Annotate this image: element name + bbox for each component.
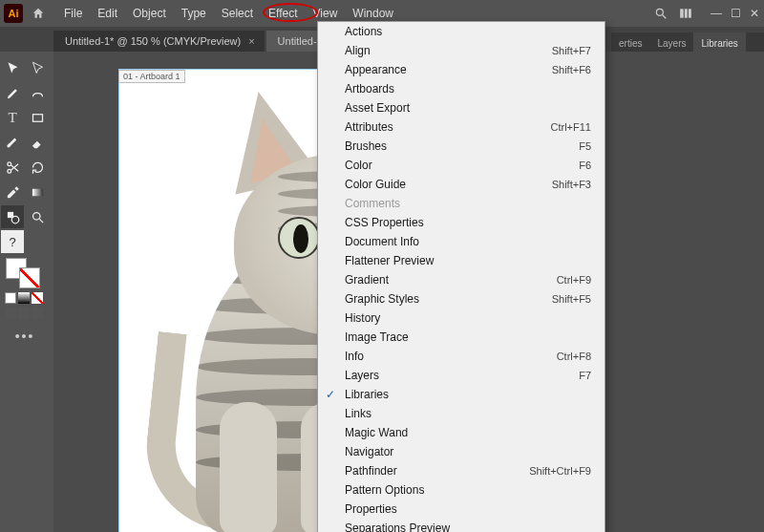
window-menu-item-navigator[interactable]: Navigator [318,442,605,461]
menu-item-label: Color Guide [345,177,406,192]
menu-effect[interactable]: Effect [262,4,304,23]
window-menu-item-properties[interactable]: Properties [318,500,605,519]
menu-item-label: Separations Preview [345,521,450,532]
window-menu-item-info[interactable]: InfoCtrl+F8 [318,347,605,366]
window-menu-item-separations-preview[interactable]: Separations Preview [318,519,605,532]
menu-item-shortcut: Shift+F3 [552,177,591,192]
menu-item-shortcut: Shift+F5 [552,291,591,307]
menu-item-label: Attributes [345,119,393,135]
menu-window[interactable]: Window [346,4,400,23]
window-menu-item-artboards[interactable]: Artboards [318,79,605,98]
home-icon[interactable] [29,4,48,23]
window-menu-item-layers[interactable]: LayersF7 [318,366,605,385]
menu-edit[interactable]: Edit [91,4,124,23]
type-tool[interactable]: T [1,106,24,129]
window-menu-item-flattener-preview[interactable]: Flattener Preview [318,251,605,270]
window-menu-item-css-properties[interactable]: CSS Properties [318,213,605,232]
paintbrush-tool[interactable] [1,131,24,154]
window-menu-item-pathfinder[interactable]: PathfinderShift+Ctrl+F9 [318,461,605,480]
menu-item-label: Align [345,43,371,58]
gradient-tool[interactable] [26,181,49,203]
window-menu-item-pattern-options[interactable]: Pattern Options [318,480,605,500]
window-menu-item-align[interactable]: AlignShift+F7 [318,41,605,60]
menu-item-shortcut: Ctrl+F11 [551,119,592,135]
close-icon[interactable]: × [248,35,254,47]
app-logo: Ai [4,4,23,23]
maximize-button[interactable]: ☐ [730,8,741,19]
window-menu-item-actions[interactable]: Actions [318,22,605,41]
menu-item-shortcut: Shift+F7 [552,43,591,58]
menu-item-label: Magic Wand [345,425,408,440]
menu-item-shortcut: Shift+Ctrl+F9 [529,463,591,479]
curvature-tool[interactable] [26,81,49,104]
menu-item-label: Color [345,158,372,173]
titlebar-right: — ☐ ✕ [653,6,760,21]
window-menu-item-appearance[interactable]: AppearanceShift+F6 [318,60,605,79]
menu-type[interactable]: Type [175,4,213,23]
menu-item-shortcut: Shift+F6 [552,62,591,77]
stroke-swatch[interactable] [19,267,40,288]
zoom-tool[interactable] [26,205,49,228]
svg-line-1 [663,15,667,19]
menu-item-shortcut: F6 [579,158,591,173]
selection-tool[interactable] [1,56,24,79]
window-menu-item-attributes[interactable]: AttributesCtrl+F11 [318,117,605,137]
draw-inside[interactable] [32,308,43,319]
svg-point-0 [656,9,663,15]
eraser-tool[interactable] [26,131,49,154]
document-tab-1[interactable]: Untitled-1* @ 150 % (CMYK/Preview) × [53,31,265,52]
svg-rect-2 [680,9,684,17]
edit-toolbar[interactable]: ••• [0,323,50,350]
svg-point-7 [7,169,11,173]
window-menu-item-magic-wand[interactable]: Magic Wand [318,423,605,442]
menu-object[interactable]: Object [126,4,173,23]
svg-rect-3 [685,9,688,17]
window-menu-item-image-trace[interactable]: Image Trace [318,328,605,347]
menu-item-label: Flattener Preview [345,253,434,268]
menu-item-label: Artboards [345,81,394,96]
rectangle-tool[interactable] [26,106,49,129]
minimize-button[interactable]: — [711,8,722,19]
window-menu-item-gradient[interactable]: GradientCtrl+F9 [318,270,605,289]
menu-file[interactable]: File [57,4,89,23]
menu-item-label: Links [345,406,371,421]
menu-item-shortcut: F7 [579,368,591,383]
pen-tool[interactable] [1,81,24,104]
menu-view[interactable]: View [307,4,345,23]
window-controls: — ☐ ✕ [711,8,760,19]
scissors-tool[interactable] [1,156,24,179]
menu-item-label: Comments [345,196,400,211]
window-menu-item-brushes[interactable]: BrushesF5 [318,137,605,156]
fill-stroke-swap[interactable] [26,230,49,253]
search-icon[interactable] [653,6,668,21]
menu-item-shortcut: F5 [579,138,591,154]
direct-selection-tool[interactable] [26,56,49,79]
help-tool[interactable]: ? [1,230,24,253]
svg-rect-4 [689,9,691,17]
window-menu-item-links[interactable]: Links [318,404,605,423]
color-mode-solid[interactable] [5,292,16,304]
arrange-icon[interactable] [678,6,693,21]
eyedropper-tool[interactable] [1,181,24,203]
window-menu-item-asset-export[interactable]: Asset Export [318,98,605,117]
menu-item-label: Document Info [345,234,419,249]
window-menu-item-color-guide[interactable]: Color GuideShift+F3 [318,175,605,194]
color-proxy[interactable] [6,258,44,288]
window-menu-item-color[interactable]: ColorF6 [318,156,605,175]
window-menu-item-libraries[interactable]: ✓Libraries [318,385,605,404]
draw-normal[interactable] [5,308,16,319]
close-button[interactable]: ✕ [749,8,760,19]
shape-builder-tool[interactable] [1,205,24,228]
window-menu-item-history[interactable]: History [318,309,605,328]
window-menu-item-document-info[interactable]: Document Info [318,232,605,251]
menu-select[interactable]: Select [215,4,260,23]
document-tab-label: Untitled-1* @ 150 % (CMYK/Preview) [65,35,241,47]
color-mode-gradient[interactable] [18,292,30,304]
window-menu-item-graphic-styles[interactable]: Graphic StylesShift+F5 [318,289,605,309]
window-menu-item-comments: Comments [318,194,605,213]
svg-rect-5 [32,114,42,121]
draw-behind[interactable] [18,308,30,319]
color-mode-none[interactable] [32,292,43,304]
rotate-tool[interactable] [26,156,49,179]
artboard-label: 01 - Artboard 1 [118,70,185,83]
